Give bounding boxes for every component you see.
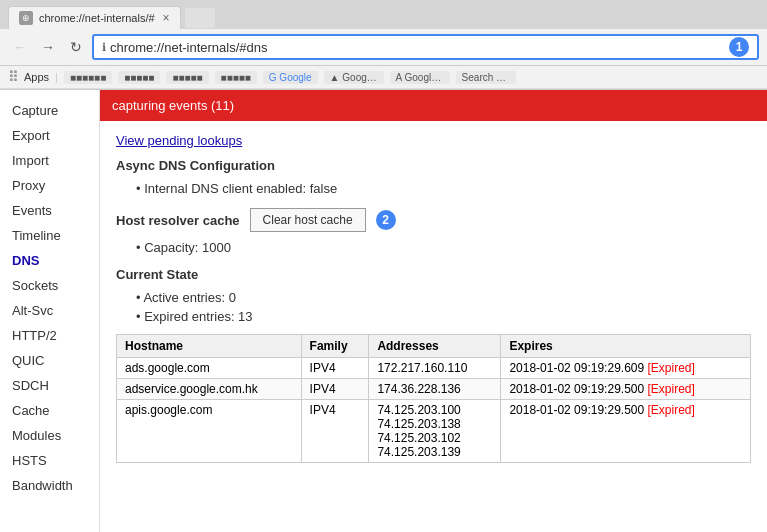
bookmark-google[interactable]: G Google xyxy=(263,71,318,84)
cell-expires-3: 2018-01-02 09:19:29.500 [Expired] xyxy=(501,400,751,463)
bookmark-adwords[interactable]: A Google AdWords xyxy=(390,71,450,84)
current-state-title: Current State xyxy=(116,267,751,282)
expired-badge-3: [Expired] xyxy=(648,403,695,417)
cell-expires-2: 2018-01-02 09:19:29.500 [Expired] xyxy=(501,379,751,400)
tab-bar: ⊕ chrome://net-internals/# × xyxy=(0,0,767,29)
table-row: adservice.google.com.hk IPV4 174.36.228.… xyxy=(117,379,751,400)
table-row: ads.google.com IPV4 172.217.160.110 2018… xyxy=(117,358,751,379)
table-row: apis.google.com IPV4 74.125.203.100 74.1… xyxy=(117,400,751,463)
bookmarks-bar: ⠿ Apps | ■■■■■■ ■■■■■ ■■■■■ ■■■■■ G Goog… xyxy=(0,66,767,89)
cell-addresses-1: 172.217.160.110 xyxy=(369,358,501,379)
sidebar-item-cache[interactable]: Cache xyxy=(0,398,99,423)
cell-hostname-3: apis.google.com xyxy=(117,400,302,463)
status-text: capturing events (11) xyxy=(112,98,234,113)
bookmark-3[interactable]: ■■■■■ xyxy=(166,71,208,84)
expired-badge-1: [Expired] xyxy=(648,361,695,375)
sidebar-item-events[interactable]: Events xyxy=(0,198,99,223)
main-content: capturing events (11) View pending looku… xyxy=(100,90,767,532)
page-container: Capture Export Import Proxy Events Timel… xyxy=(0,90,767,532)
sidebar-item-capture[interactable]: Capture xyxy=(0,98,99,123)
cell-addresses-2: 174.36.228.136 xyxy=(369,379,501,400)
info-icon: ℹ xyxy=(102,41,106,54)
clear-host-cache-button[interactable]: Clear host cache xyxy=(250,208,366,232)
sidebar-item-hsts[interactable]: HSTS xyxy=(0,448,99,473)
sidebar-item-modules[interactable]: Modules xyxy=(0,423,99,448)
sidebar-item-quic[interactable]: QUIC xyxy=(0,348,99,373)
col-expires: Expires xyxy=(501,335,751,358)
tab-favicon: ⊕ xyxy=(19,11,33,25)
cell-hostname-2: adservice.google.com.hk xyxy=(117,379,302,400)
sidebar-item-http2[interactable]: HTTP/2 xyxy=(0,323,99,348)
address-text: chrome://net-internals/#dns xyxy=(110,40,721,55)
expired-bullet: • xyxy=(136,309,144,324)
cell-family-3: IPV4 xyxy=(301,400,369,463)
browser-tab[interactable]: ⊕ chrome://net-internals/# × xyxy=(8,6,181,29)
pending-lookups-section: View pending lookups xyxy=(116,133,751,148)
sidebar-item-altsvc[interactable]: Alt-Svc xyxy=(0,298,99,323)
bookmark-analytics[interactable]: ▲ Google Analytics xyxy=(324,71,384,84)
sidebar-item-sdch[interactable]: SDCH xyxy=(0,373,99,398)
bookmark-1[interactable]: ■■■■■■ xyxy=(64,71,112,84)
col-family: Family xyxy=(301,335,369,358)
col-addresses: Addresses xyxy=(369,335,501,358)
nav-bar: ← → ↻ ℹ chrome://net-internals/#dns 1 xyxy=(0,29,767,66)
capacity-item: • Capacity: 1000 xyxy=(116,238,751,257)
cell-expires-1: 2018-01-02 09:19:29.609 [Expired] xyxy=(501,358,751,379)
tab-title: chrome://net-internals/# xyxy=(39,12,155,24)
bookmark-4[interactable]: ■■■■■ xyxy=(215,71,257,84)
internal-dns-label: Internal DNS client enabled: false xyxy=(144,181,337,196)
apps-grid-icon: ⠿ xyxy=(8,69,18,85)
bm-separator: | xyxy=(55,71,58,83)
col-hostname: Hostname xyxy=(117,335,302,358)
view-pending-lookups-link[interactable]: View pending lookups xyxy=(116,133,242,148)
status-bar: capturing events (11) xyxy=(100,90,767,121)
sidebar: Capture Export Import Proxy Events Timel… xyxy=(0,90,100,532)
capacity-bullet: • xyxy=(136,240,144,255)
sidebar-item-sockets[interactable]: Sockets xyxy=(0,273,99,298)
bullet-dot: • xyxy=(136,181,144,196)
back-button[interactable]: ← xyxy=(8,35,32,59)
async-dns-title: Async DNS Configuration xyxy=(116,158,751,173)
host-resolver-row: Host resolver cache Clear host cache 2 xyxy=(116,208,751,232)
expired-badge-2: [Expired] xyxy=(648,382,695,396)
browser-chrome: ⊕ chrome://net-internals/# × ← → ↻ ℹ chr… xyxy=(0,0,767,90)
cell-family-1: IPV4 xyxy=(301,358,369,379)
internal-dns-text: • Internal DNS client enabled: false xyxy=(116,179,751,198)
sidebar-item-timeline[interactable]: Timeline xyxy=(0,223,99,248)
table-header-row: Hostname Family Addresses Expires xyxy=(117,335,751,358)
reload-button[interactable]: ↻ xyxy=(64,35,88,59)
new-tab-button[interactable] xyxy=(185,8,215,28)
sidebar-item-proxy[interactable]: Proxy xyxy=(0,173,99,198)
annotation-badge-2: 2 xyxy=(376,210,396,230)
cell-hostname-1: ads.google.com xyxy=(117,358,302,379)
sidebar-item-bandwidth[interactable]: Bandwidth xyxy=(0,473,99,498)
tab-close-button[interactable]: × xyxy=(163,11,170,25)
active-entries-text: Active entries: 0 xyxy=(143,290,236,305)
sidebar-item-export[interactable]: Export xyxy=(0,123,99,148)
cell-family-2: IPV4 xyxy=(301,379,369,400)
sidebar-item-dns[interactable]: DNS xyxy=(0,248,99,273)
bookmark-2[interactable]: ■■■■■ xyxy=(118,71,160,84)
dns-table: Hostname Family Addresses Expires ads.go… xyxy=(116,334,751,463)
capacity-text: Capacity: 1000 xyxy=(144,240,231,255)
annotation-badge-1: 1 xyxy=(729,37,749,57)
content-area: View pending lookups Async DNS Configura… xyxy=(100,121,767,475)
host-resolver-label: Host resolver cache xyxy=(116,213,240,228)
apps-label[interactable]: Apps xyxy=(24,71,49,83)
active-entries-item: • Active entries: 0 xyxy=(116,288,751,307)
forward-button[interactable]: → xyxy=(36,35,60,59)
sidebar-item-import[interactable]: Import xyxy=(0,148,99,173)
expired-entries-text: Expired entries: 13 xyxy=(144,309,252,324)
cell-addresses-3: 74.125.203.100 74.125.203.138 74.125.203… xyxy=(369,400,501,463)
expired-entries-item: • Expired entries: 13 xyxy=(116,307,751,326)
bookmark-search[interactable]: Search Co... xyxy=(456,71,516,84)
address-bar[interactable]: ℹ chrome://net-internals/#dns 1 xyxy=(92,34,759,60)
